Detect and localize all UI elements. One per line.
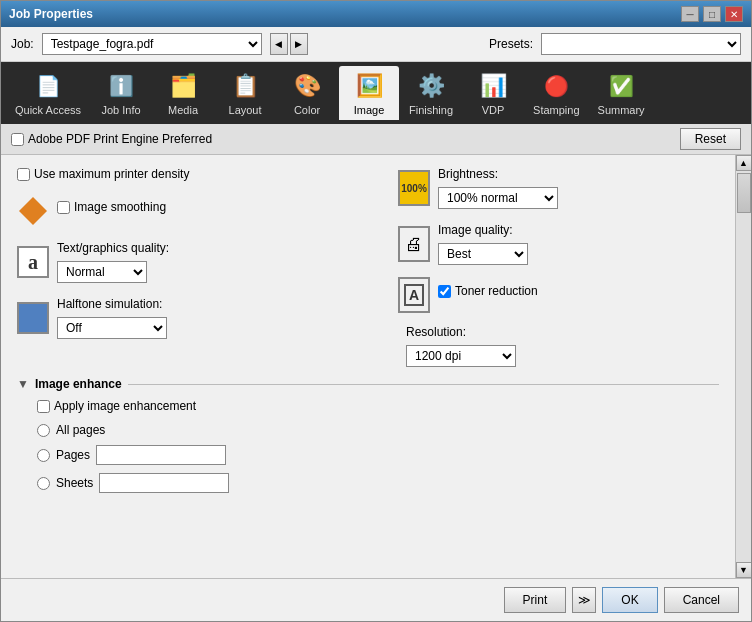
next-job-button[interactable]: ▶ [290,33,308,55]
halftone-icon [17,302,49,334]
apply-enhance-row: Apply image enhancement [37,399,719,413]
all-pages-radio[interactable] [37,424,50,437]
tab-quick-access-label: Quick Access [15,104,81,116]
toner-row: A Toner reduction [398,279,719,311]
toner-checkbox[interactable] [438,285,451,298]
halftone-select[interactable]: Off On [57,317,167,339]
left-column: Use maximum printer density Image smooth… [17,167,338,367]
brightness-icon-text: 100% [401,183,427,194]
max-density-label: Use maximum printer density [34,167,189,181]
pages-input[interactable] [96,445,226,465]
max-density-row: Use maximum printer density [17,167,338,181]
reset-button[interactable]: Reset [680,128,741,150]
tab-finishing-label: Finishing [409,104,453,116]
brightness-icon: 100% [398,170,430,206]
tab-summary[interactable]: ✅ Summary [590,66,653,120]
scroll-down-button[interactable]: ▼ [736,562,752,578]
brightness-row: 100% Brightness: 100% normal 80% 120% [398,167,719,209]
window-title: Job Properties [9,7,93,21]
resolution-label: Resolution: [406,325,719,339]
text-quality-icon-container: a [17,246,49,278]
image-quality-icon: 🖨 [398,226,430,262]
job-label: Job: [11,37,34,51]
pages-row: Pages [37,445,719,465]
toner-icon: A [398,277,430,313]
tab-stamping-label: Stamping [533,104,579,116]
cancel-button[interactable]: Cancel [664,587,739,613]
tab-image[interactable]: 🖼️ Image [339,66,399,120]
apply-enhance-label: Apply image enhancement [54,399,196,413]
scroll-up-button[interactable]: ▲ [736,155,752,171]
print-button[interactable]: Print [504,587,567,613]
color-icon: 🎨 [291,70,323,102]
prev-job-button[interactable]: ◀ [270,33,288,55]
job-properties-window: Job Properties ─ □ ✕ Job: Testpage_fogra… [0,0,752,622]
ok-button[interactable]: OK [602,587,657,613]
job-select[interactable]: Testpage_fogra.pdf [42,33,262,55]
max-density-checkbox[interactable] [17,168,30,181]
halftone-col: Halftone simulation: Off On [57,297,167,339]
media-icon: 🗂️ [167,70,199,102]
sheets-input[interactable] [99,473,229,493]
tab-stamping[interactable]: 🔴 Stamping [525,66,587,120]
close-button[interactable]: ✕ [725,6,743,22]
divider-arrow-icon: ▼ [17,377,29,391]
nav-arrows: ◀ ▶ [270,33,308,55]
finishing-icon: ⚙️ [415,70,447,102]
brightness-icon-container: 100% [398,172,430,204]
maximize-button[interactable]: □ [703,6,721,22]
vdp-icon: 📊 [477,70,509,102]
brightness-label: Brightness: [438,167,558,181]
pages-radio[interactable] [37,449,50,462]
toner-label: Toner reduction [455,284,538,298]
tab-summary-label: Summary [598,104,645,116]
title-bar: Job Properties ─ □ ✕ [1,1,751,27]
image-quality-row: 🖨 Image quality: Best Normal Draft [398,223,719,265]
halftone-icon-container [17,302,49,334]
tab-vdp[interactable]: 📊 VDP [463,66,523,120]
image-quality-col: Image quality: Best Normal Draft [438,223,528,265]
tab-layout[interactable]: 📋 Layout [215,66,275,120]
halftone-label: Halftone simulation: [57,297,167,311]
minimize-button[interactable]: ─ [681,6,699,22]
tab-media[interactable]: 🗂️ Media [153,66,213,120]
tab-vdp-label: VDP [482,104,505,116]
tab-finishing[interactable]: ⚙️ Finishing [401,66,461,120]
image-quality-icon-container: 🖨 [398,228,430,260]
smoothing-diamond-icon [19,197,47,225]
sheets-radio[interactable] [37,477,50,490]
two-col-layout: Use maximum printer density Image smooth… [17,167,719,367]
brightness-select[interactable]: 100% normal 80% 120% [438,187,558,209]
halftone-row: Halftone simulation: Off On [17,297,338,339]
sheets-label: Sheets [56,476,93,490]
smoothing-checkbox-row: Image smoothing [57,200,166,214]
image-enhance-divider: ▼ Image enhance [17,377,719,391]
checkbox-bar: Adobe PDF Print Engine Preferred Reset [1,124,751,155]
image-enhance-label: Image enhance [35,377,122,391]
text-quality-row: a Text/graphics quality: Normal High Low [17,241,338,283]
radio-group: All pages Pages Sheets [37,423,719,493]
pages-label: Pages [56,448,90,462]
smoothing-checkbox[interactable] [57,201,70,214]
tab-job-info-label: Job Info [101,104,140,116]
smoothing-icon-container [17,195,49,227]
toner-icon-container: A [398,279,430,311]
layout-icon: 📋 [229,70,261,102]
tab-color[interactable]: 🎨 Color [277,66,337,120]
scroll-thumb[interactable] [737,173,751,213]
tab-quick-access[interactable]: 📄 Quick Access [7,66,89,120]
summary-icon: ✅ [605,70,637,102]
image-quality-label: Image quality: [438,223,528,237]
job-row: Job: Testpage_fogra.pdf ◀ ▶ Presets: [1,27,751,62]
tab-image-label: Image [354,104,385,116]
resolution-select[interactable]: 1200 dpi 600 dpi 300 dpi [406,345,516,367]
presets-select[interactable] [541,33,741,55]
image-quality-select[interactable]: Best Normal Draft [438,243,528,265]
adobe-pdf-checkbox-label[interactable]: Adobe PDF Print Engine Preferred [11,132,212,146]
adobe-pdf-checkbox[interactable] [11,133,24,146]
apply-enhance-checkbox[interactable] [37,400,50,413]
tab-job-info[interactable]: ℹ️ Job Info [91,66,151,120]
expand-button[interactable]: ≫ [572,587,596,613]
text-quality-select[interactable]: Normal High Low [57,261,147,283]
brightness-col: Brightness: 100% normal 80% 120% [438,167,558,209]
